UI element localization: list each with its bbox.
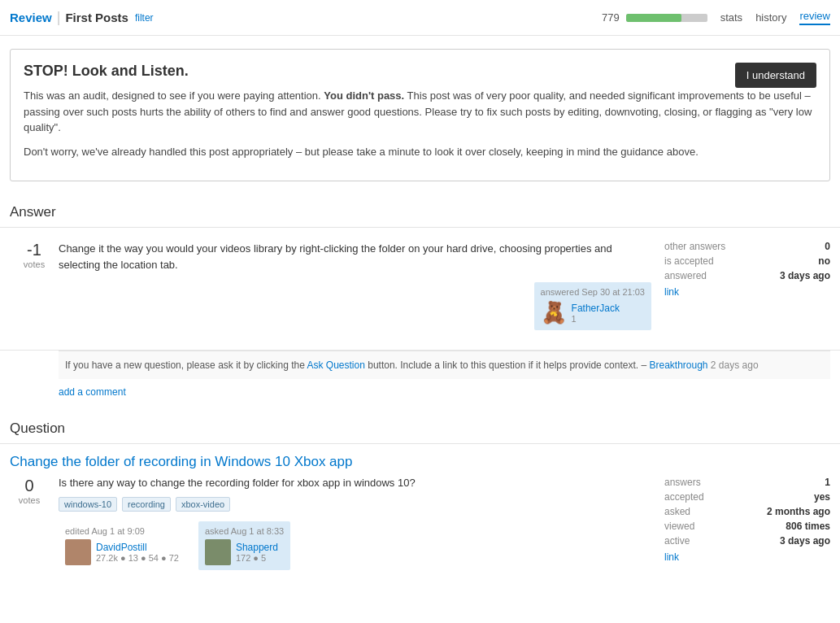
answerer-card: answered Sep 30 at 21:03 🧸 FatherJack 1	[534, 282, 651, 330]
q-accepted-value: yes	[814, 491, 830, 503]
question-vote-label: votes	[10, 495, 49, 505]
progress-bar-inner	[626, 14, 681, 22]
q-active-label: active	[664, 535, 690, 547]
q-accepted-label: accepted	[664, 491, 704, 503]
understand-button[interactable]: I understand	[735, 63, 816, 88]
q-answers-value: 1	[825, 477, 830, 488]
asker-name[interactable]: Shapperd	[236, 542, 278, 553]
audit-para-2: Don't worry, we've already handled this …	[24, 144, 816, 160]
q-viewed-label: viewed	[664, 521, 694, 532]
progress-number: 779	[602, 11, 620, 24]
q-asked-label: asked	[664, 506, 690, 517]
question-meta-row: edited Aug 1 at 9:09 DavidPostill 27.2k …	[59, 521, 642, 570]
answerer-avatar: 🧸	[541, 300, 567, 325]
comment-author[interactable]: Breakthrough	[649, 359, 707, 371]
asker-rep: 172 ● 5	[236, 553, 278, 563]
audit-para-1: This was an audit, designed to see if yo…	[24, 88, 816, 136]
audit-text-pre: This was an audit, designed to see if yo…	[24, 89, 324, 102]
question-vote-count: 0	[10, 477, 49, 495]
header-sep: |	[57, 9, 61, 26]
q-asked-value: 2 months ago	[767, 506, 830, 517]
history-link[interactable]: history	[755, 11, 786, 24]
answered-time: answered Sep 30 at 21:03	[541, 287, 645, 297]
editor-rep: 27.2k ● 13 ● 54 ● 72	[96, 553, 179, 563]
answer-meta: answered Sep 30 at 21:03 🧸 FatherJack 1	[59, 282, 651, 330]
header-right: 779 stats history review	[602, 10, 830, 25]
question-heading: Question	[0, 411, 840, 444]
comment-block: If you have a new question, please ask i…	[59, 351, 830, 379]
is-accepted-label: is accepted	[664, 255, 714, 267]
q-viewed-value: 806 times	[786, 521, 830, 532]
question-content: Is there any way to change the recording…	[59, 477, 642, 570]
answer-text: Change it the way you would your videos …	[59, 241, 651, 272]
progress-area: 779	[602, 11, 707, 24]
progress-bar-outer	[626, 14, 707, 22]
question-sidebar: answers 1 accepted yes asked 2 months ag…	[651, 477, 830, 570]
question-tags: windows-10 recording xbox-video	[59, 497, 642, 512]
audit-text-bold: You didn't pass.	[324, 89, 404, 102]
q-asked-row: asked 2 months ago	[664, 506, 830, 517]
q-answers-label: answers	[664, 477, 701, 488]
comment-time: 2 days ago	[711, 359, 759, 371]
asker-card: asked Aug 1 at 8:33 Shapperd 172 ● 5	[198, 521, 290, 570]
tag-windows-10[interactable]: windows-10	[59, 497, 117, 512]
editor-avatar	[65, 539, 91, 565]
asker-action: asked Aug 1 at 8:33	[205, 526, 284, 536]
q-viewed-row: viewed 806 times	[664, 521, 830, 532]
answerer-rep: 1	[572, 314, 620, 324]
page-title: First Posts	[65, 11, 128, 24]
add-comment-link[interactable]: add a comment	[59, 386, 126, 398]
answer-block: -1 votes Change it the way you would you…	[0, 228, 840, 351]
answer-heading: Answer	[0, 194, 840, 228]
audit-box: STOP! Look and Listen. This was an audit…	[10, 49, 830, 181]
other-answers-row: other answers 0	[664, 241, 830, 252]
editor-name[interactable]: DavidPostill	[96, 542, 147, 553]
is-accepted-row: is accepted no	[664, 255, 830, 267]
answered-label: answered	[664, 270, 707, 281]
question-body-row: 0 votes Is there any way to change the r…	[10, 477, 830, 570]
page-header: Review | First Posts filter 779 stats hi…	[0, 0, 840, 36]
question-link[interactable]: link	[664, 551, 679, 563]
answered-value: 3 days ago	[780, 270, 830, 281]
answerer-name[interactable]: FatherJack	[572, 303, 620, 314]
q-active-value: 3 days ago	[780, 535, 830, 547]
answer-vote-count: -1	[10, 241, 59, 259]
tag-xbox-video[interactable]: xbox-video	[176, 497, 230, 512]
answer-vote-label: votes	[10, 259, 59, 269]
audit-body: This was an audit, designed to see if yo…	[24, 88, 816, 159]
other-answers-label: other answers	[664, 241, 725, 252]
other-answers-value: 0	[825, 241, 830, 252]
comment-text-post: button. Include a link to this question …	[365, 359, 646, 371]
editor-card: edited Aug 1 at 9:09 DavidPostill 27.2k …	[59, 521, 185, 570]
editor-action: edited Aug 1 at 9:09	[65, 526, 179, 536]
asker-avatar	[205, 539, 231, 565]
question-title-link[interactable]: Change the folder of recording in Window…	[10, 454, 830, 470]
question-section: Change the folder of recording in Window…	[0, 444, 840, 580]
q-accepted-row: accepted yes	[664, 491, 830, 503]
answer-vote-col: -1 votes	[10, 241, 59, 337]
answer-link[interactable]: link	[664, 286, 679, 298]
filter-link[interactable]: filter	[135, 12, 154, 24]
ask-question-link[interactable]: Ask Question	[307, 359, 365, 371]
review-link[interactable]: Review	[10, 11, 52, 24]
question-vote-col: 0 votes	[10, 477, 49, 570]
question-body-text: Is there any way to change the recording…	[59, 477, 642, 489]
q-active-row: active 3 days ago	[664, 535, 830, 547]
answer-body: Change it the way you would your videos …	[59, 241, 651, 337]
is-accepted-value: no	[818, 255, 830, 267]
answered-row: answered 3 days ago	[664, 270, 830, 281]
comment-text-pre: If you have a new question, please ask i…	[65, 359, 307, 371]
review-tab-link[interactable]: review	[799, 10, 830, 25]
q-answers-row: answers 1	[664, 477, 830, 488]
answer-sidebar: other answers 0 is accepted no answered …	[651, 241, 830, 337]
tag-recording[interactable]: recording	[122, 497, 171, 512]
add-comment-area: add a comment	[59, 386, 830, 398]
stats-link[interactable]: stats	[720, 11, 742, 24]
audit-title: STOP! Look and Listen.	[24, 63, 816, 80]
